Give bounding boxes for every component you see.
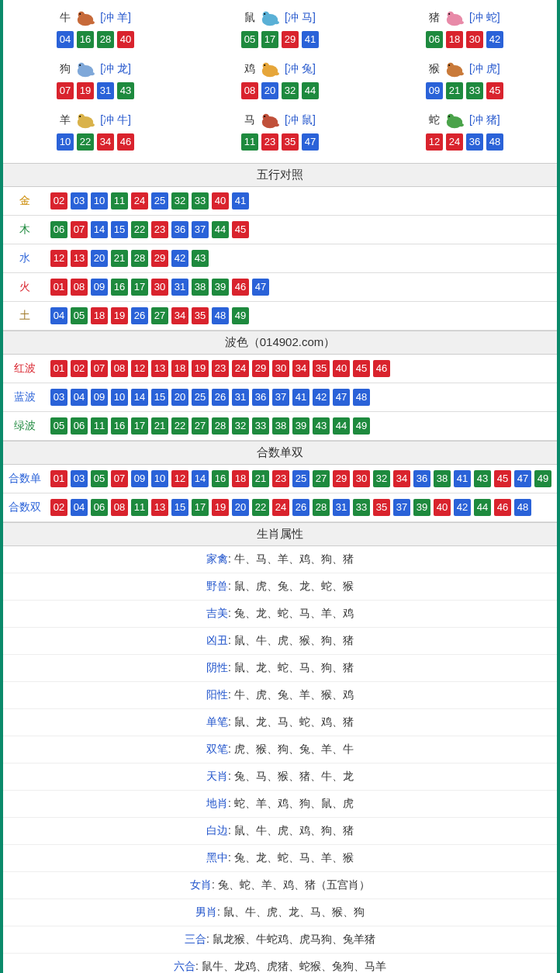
svg-point-5	[263, 12, 270, 19]
number-ball: 12	[50, 250, 67, 267]
number-ball: 38	[272, 417, 289, 435]
number-ball: 25	[151, 192, 168, 209]
zodiac-balls: 09213345	[372, 82, 557, 99]
number-ball: 08	[71, 279, 88, 296]
number-ball: 33	[466, 82, 483, 99]
number-ball: 46	[373, 360, 390, 377]
zodiac-cell: 狗 [冲 龙] 07193143	[3, 56, 188, 107]
svg-point-29	[263, 114, 270, 121]
number-ball: 06	[71, 417, 88, 435]
number-ball: 15	[111, 221, 128, 238]
number-ball: 21	[151, 417, 168, 435]
zodiac-icon	[72, 9, 99, 26]
number-ball: 14	[131, 389, 148, 406]
number-ball: 12	[131, 360, 148, 377]
number-ball: 32	[373, 470, 390, 487]
zodiac-name: 羊	[60, 113, 71, 127]
row-balls: 06071415222336374445	[46, 216, 557, 244]
number-ball: 10	[91, 192, 108, 209]
number-ball: 16	[111, 417, 128, 435]
number-ball: 33	[353, 499, 370, 516]
number-ball: 31	[232, 389, 249, 406]
row-balls: 0103050709101214161821232527293032343638…	[46, 465, 557, 493]
number-ball: 19	[77, 82, 94, 99]
svg-point-3	[89, 21, 95, 24]
attr-key: 双笔	[206, 743, 228, 755]
attr-row: 白边: 鼠、牛、虎、鸡、狗、猪	[3, 818, 557, 845]
zodiac-cell: 鸡 [冲 兔] 08203244	[188, 56, 372, 107]
zodiac-conflict: [冲 羊]	[100, 11, 131, 25]
zodiac-conflict: [冲 马]	[285, 11, 316, 25]
number-ball: 16	[212, 470, 229, 487]
attr-val: : 鼠龙猴、牛蛇鸡、虎马狗、兔羊猪	[206, 933, 375, 945]
number-ball: 17	[131, 417, 148, 435]
row-label: 绿波	[3, 412, 46, 441]
zodiac-conflict: [冲 虎]	[469, 62, 500, 76]
svg-point-17	[263, 63, 270, 70]
zodiac-conflict: [冲 牛]	[100, 113, 131, 127]
number-ball: 43	[474, 470, 491, 487]
number-ball: 24	[131, 192, 148, 209]
number-ball: 29	[282, 31, 299, 48]
number-ball: 39	[413, 499, 430, 516]
attr-row: 天肖: 兔、马、猴、猪、牛、龙	[3, 764, 557, 791]
number-ball: 30	[466, 31, 483, 48]
number-ball: 40	[117, 31, 134, 48]
attr-key: 吉美	[206, 607, 228, 619]
number-ball: 01	[50, 279, 67, 296]
zodiac-name: 鼠	[244, 11, 255, 25]
bose-table: 红波 0102070812131819232429303435404546 蓝波…	[3, 355, 557, 441]
number-ball: 02	[50, 499, 67, 516]
number-ball: 45	[353, 360, 370, 377]
number-ball: 21	[252, 470, 269, 487]
section-title-wuxing: 五行对照	[3, 163, 557, 187]
svg-point-33	[448, 114, 455, 121]
number-ball: 20	[171, 389, 188, 406]
svg-point-11	[458, 21, 464, 24]
row-label: 合数单	[3, 465, 46, 493]
number-ball: 46	[232, 279, 249, 296]
zodiac-balls: 12243648	[372, 133, 557, 151]
zodiac-conflict: [冲 蛇]	[469, 11, 500, 25]
attr-row: 地肖: 蛇、羊、鸡、狗、鼠、虎	[3, 791, 557, 818]
number-ball: 06	[91, 499, 108, 516]
number-ball: 15	[171, 499, 188, 516]
number-ball: 05	[241, 31, 258, 48]
zodiac-name: 猴	[429, 62, 440, 76]
number-ball: 22	[77, 133, 94, 151]
number-ball: 09	[91, 389, 108, 406]
number-ball: 18	[446, 31, 463, 48]
number-ball: 14	[192, 470, 209, 487]
attr-val: : 蛇、羊、鸡、狗、鼠、虎	[228, 797, 354, 809]
number-ball: 02	[71, 360, 88, 377]
number-ball: 22	[131, 221, 148, 238]
number-ball: 30	[272, 360, 289, 377]
svg-point-26	[79, 116, 81, 117]
attr-key: 地肖	[206, 797, 228, 809]
number-ball: 35	[282, 133, 299, 151]
section-title-bose: 波色（014902.com）	[3, 331, 557, 355]
number-ball: 27	[151, 307, 168, 324]
svg-point-2	[79, 13, 81, 15]
number-ball: 05	[91, 470, 108, 487]
row-balls: 03040910141520252631363741424748	[46, 383, 557, 412]
number-ball: 12	[426, 133, 443, 151]
row-label: 木	[3, 216, 46, 244]
row-label: 合数双	[3, 493, 46, 522]
row-balls: 0102070812131819232429303435404546	[46, 355, 557, 383]
zodiac-balls: 07193143	[3, 82, 188, 99]
number-ball: 32	[282, 82, 299, 99]
zodiac-cell: 蛇 [冲 猪] 12243648	[372, 107, 557, 158]
zodiac-conflict: [冲 兔]	[285, 62, 316, 76]
zodiac-name: 狗	[60, 62, 71, 76]
attr-row: 黑中: 兔、龙、蛇、马、羊、猴	[3, 845, 557, 872]
attr-row: 六合: 鼠牛、龙鸡、虎猪、蛇猴、兔狗、马羊	[3, 954, 557, 973]
number-ball: 48	[353, 389, 370, 406]
svg-point-35	[458, 123, 464, 126]
number-ball: 41	[232, 192, 249, 209]
attr-row: 阴性: 鼠、龙、蛇、马、狗、猪	[3, 655, 557, 682]
number-ball: 29	[252, 360, 269, 377]
number-ball: 34	[292, 360, 309, 377]
number-ball: 31	[333, 499, 350, 516]
attr-val: : 牛、虎、兔、羊、猴、鸡	[228, 688, 354, 701]
